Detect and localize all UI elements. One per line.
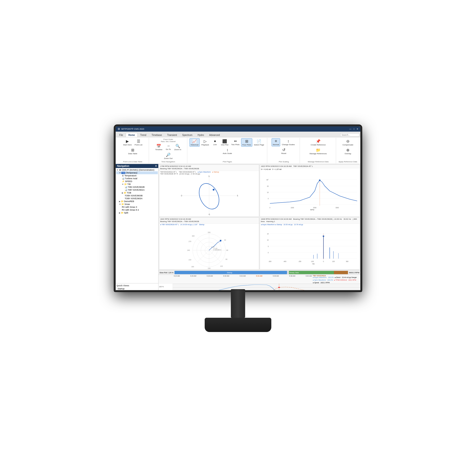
close-button[interactable]: ✕ <box>357 128 358 130</box>
search-input[interactable] <box>340 133 359 136</box>
svg-text:60: 60 <box>226 249 228 251</box>
change-scales-button[interactable]: ↕ Change Scales <box>281 138 296 146</box>
ribbon-group-items: ▶ Start Here ☰ Point List ⊞ Data Table <box>118 138 147 155</box>
minimize-button[interactable]: — <box>349 128 352 130</box>
tab-transient[interactable]: Transient <box>165 133 179 137</box>
tree-item-turbine-axial[interactable]: 📊 Turbine Axial <box>116 177 158 180</box>
playback-button[interactable]: ▷ Playback <box>200 138 210 147</box>
tree-item-tib-group[interactable]: ▼ 📁 TIB <box>116 183 158 186</box>
monitor-neck <box>231 289 245 318</box>
timeline-time-labels: 9:24 AM 9:26 AM 9:28 AM 9:30 AM 9:32 AM … <box>158 275 360 284</box>
start-here-button[interactable]: ▶ Start Here <box>122 138 133 147</box>
svg-text:180: 180 <box>191 266 194 268</box>
plot-orbit-inner[interactable]: 5 -5 0 5 <box>159 175 259 217</box>
plot-scaling-group-label: Plot Scaling <box>279 160 289 163</box>
svg-text:10: 10 <box>267 192 269 193</box>
historical-button[interactable]: 📈 Historical <box>189 138 200 147</box>
zoom-out-button[interactable]: 🔎 Zoom Out <box>163 152 174 160</box>
tree-item-demoreb[interactable]: ▶ 📁 DemoREB <box>116 200 158 203</box>
tree-item-smax[interactable]: ▼ 📁 Smax <box>116 203 158 206</box>
window-controls[interactable]: — □ ✕ <box>349 128 358 130</box>
reset-button[interactable]: ↺ Reset <box>279 147 288 155</box>
create-reference-icon: 📌 <box>316 139 321 143</box>
tab-home[interactable]: Home <box>126 133 137 137</box>
live-button[interactable]: ● Live <box>211 138 219 147</box>
goto-button[interactable]: → Go To <box>164 143 172 151</box>
tiby-icon: 📊 <box>125 189 127 191</box>
tab-timebase[interactable]: Timebase <box>149 133 165 137</box>
goto-icon: → <box>166 144 170 148</box>
tiby-legend-title: TIBY 63VE2902A <box>313 275 359 276</box>
tab-trend[interactable]: Trend <box>137 133 149 137</box>
time-934: 9:34 AM <box>256 275 262 283</box>
svg-text:-300: -300 <box>269 261 272 262</box>
nav-title: Navigation <box>117 165 129 167</box>
tree-item-temperature[interactable]: 🌡 Temperature <box>116 174 158 177</box>
tree-label-tiby: TIBY 63VE2902A <box>128 189 144 191</box>
tab-hydro[interactable]: Hydro <box>195 133 206 137</box>
tree-item-tibx[interactable]: 📊 TIBX 63VE2902B <box>116 186 158 188</box>
ribbon-group-plot-pages: 📈 Historical ▷ Playback ● Live <box>188 138 268 163</box>
tree-item-cms[interactable]: ▼ 🖥 CMS-Pi (MVM01) (Demonstration) <box>116 169 158 171</box>
point-list-button[interactable]: ☰ Point List <box>133 138 143 147</box>
select-page-button[interactable]: 📄 Select Page <box>253 138 265 147</box>
overlay-button[interactable]: ⊕ Overlay <box>343 147 353 155</box>
quick-view-startup[interactable]: Startup <box>117 287 157 290</box>
tree-item-tiby[interactable]: 📊 TIBY 63VE2902A <box>116 188 158 191</box>
normal-button[interactable]: ≡ Normal <box>272 138 280 146</box>
tab-spectrum[interactable]: Spectrum <box>180 133 195 137</box>
tree-item-tib-temp[interactable]: ▼ TIB (Temporary) <box>116 171 158 174</box>
live-label: Live <box>213 143 217 146</box>
svg-point-75 <box>278 287 280 288</box>
plot-polar-inner[interactable]: 330 30 60 90 120 150 180 210 240 <box>159 226 259 270</box>
plot-spectrum-inner[interactable]: 15 10 5 0 -300 -400 -250 -100 0 <box>260 225 360 270</box>
data-table-button[interactable]: ⊞ Data Table <box>127 147 138 155</box>
svg-text:2000: 2000 <box>313 207 316 208</box>
tree-item-toby[interactable]: TOBY 63VE2903A <box>116 197 158 200</box>
tree-label-tobx: TOBX 63VE3903B <box>125 194 143 197</box>
two-plots-button[interactable]: ▪▪ Two Plots <box>230 138 241 147</box>
timeline-times: 9:24 AM 9:26 AM 9:28 AM 9:30 AM 9:32 AM … <box>174 275 312 284</box>
ribbon-group-point-list: ▶ Start Here ☰ Point List ⊞ Data Table <box>117 138 149 163</box>
change-scales-label: Change Scales <box>282 143 295 146</box>
plot-bode-title: 1822 RPM 3/28/2022 9:34:16.39 AM TIBY 63… <box>260 165 360 168</box>
tree-item-speed[interactable]: ⚡ SPEED <box>116 180 158 183</box>
maximize-button[interactable]: □ <box>354 128 355 130</box>
select-page-label: Select Page <box>254 144 264 146</box>
four-plots-button[interactable]: ⊞ Four Plots <box>241 138 252 147</box>
plot-bode-inner[interactable]: 30° 20 10 0 0 1000 2000 3000 RPM <box>260 170 360 217</box>
slow-roll-label: Slow Roll <box>159 272 167 274</box>
tob-icon: 📁 <box>124 192 126 194</box>
tree-item-split[interactable]: ▶ 📁 Split <box>116 211 158 214</box>
tree-item-tobx[interactable]: TOBX 63VE3903B <box>116 194 158 197</box>
reset-label: Reset <box>281 152 286 154</box>
smax-icon: 📁 <box>121 203 124 205</box>
change-scales-icon: ↕ <box>287 139 289 143</box>
tree-icon: 🖥 <box>119 169 121 171</box>
zoom-in-button[interactable]: 🔍 Zoom In <box>173 143 182 151</box>
track-area[interactable] <box>173 284 360 290</box>
auto-scale-button[interactable]: ↕ Auto Scale <box>221 147 233 155</box>
tab-advanced[interactable]: Advanced <box>206 133 222 137</box>
tree-item-rv-smax3[interactable]: RV with Smax 3 <box>116 206 158 208</box>
manage-references-button[interactable]: 📁 Manage References <box>308 147 328 155</box>
tree-toggle-tob: ▶ <box>122 192 123 194</box>
two-plots-icon: ▪▪ <box>234 139 237 143</box>
timeline-svg <box>173 284 360 290</box>
timeline-button[interactable]: 📅 Timeline <box>154 143 164 151</box>
turbine-icon: 📊 <box>122 177 124 180</box>
start-here-icon: ▶ <box>126 139 129 143</box>
rack-channel-label: Rack, Slot, Channel <box>161 141 176 142</box>
track-labels: 100 % 80 % 60 % 40 % <box>158 284 173 290</box>
tree-item-tob[interactable]: ▶ 📁 TOB <box>116 191 158 194</box>
nav-close-icon[interactable]: ✕ <box>155 165 157 167</box>
tree-label-speed: SPEED <box>125 180 132 183</box>
svg-text:20: 20 <box>267 186 269 187</box>
tab-file[interactable]: File <box>117 133 126 137</box>
tree-item-rv-smax84[interactable]: RV with Smax 8 4 <box>116 208 158 211</box>
create-reference-button[interactable]: 📌 Create Reference <box>309 138 327 147</box>
svg-text:120: 120 <box>220 265 223 267</box>
one-plot-button[interactable]: ⬛ One Plot <box>220 138 229 147</box>
compensate-button[interactable]: ⊖ Compensate <box>341 138 354 147</box>
legend-speed: ● Speed 1822.2 RPM <box>313 282 330 284</box>
